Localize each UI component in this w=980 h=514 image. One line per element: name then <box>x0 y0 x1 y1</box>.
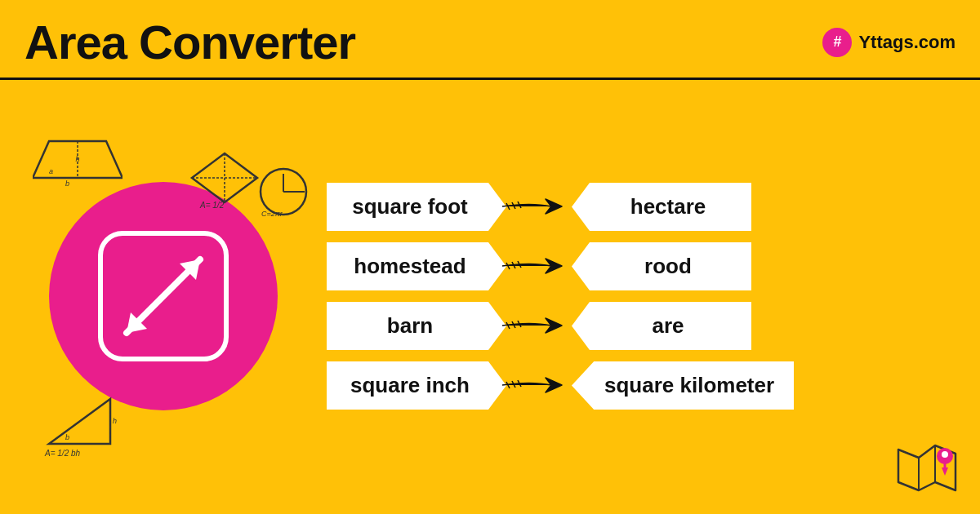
svg-text:C=2πr: C=2πr <box>261 210 283 218</box>
svg-marker-40 <box>942 467 948 476</box>
conversion-row-3: barn are <box>327 302 956 350</box>
main-content: a h b A= (a+b)/2 ·h A= 1/2 <box>0 80 980 512</box>
svg-text:h: h <box>113 417 117 425</box>
from-label-4: square inch <box>327 361 506 410</box>
from-label-1: square foot <box>327 183 506 231</box>
svg-point-39 <box>942 451 948 458</box>
hash-icon: # <box>822 28 852 57</box>
triangle-doodle: b h A= 1/2 bh <box>41 387 118 459</box>
svg-text:A= 1/2 bh: A= 1/2 bh <box>44 449 81 456</box>
from-label-3: barn <box>327 302 506 350</box>
conversions-list: square foot hectare homestead <box>318 183 956 410</box>
page-header: Area Converter # Yttags.com <box>0 0 980 80</box>
trapezoid-doodle: a h b A= (a+b)/2 ·h <box>33 133 122 193</box>
svg-marker-14 <box>49 399 110 444</box>
rhombus-doodle: A= 1/2 <box>188 149 261 214</box>
svg-text:h: h <box>75 155 79 163</box>
conversion-row-2: homestead rood <box>327 242 956 290</box>
from-label-2: homestead <box>327 242 506 290</box>
to-label-1: hectare <box>572 183 751 231</box>
arrow-icon-2 <box>498 244 580 289</box>
svg-text:b: b <box>65 179 69 188</box>
arrow-icon-3 <box>498 304 580 348</box>
svg-text:b: b <box>65 433 69 441</box>
area-icon <box>98 231 229 361</box>
circle-doodle: C=2πr <box>257 166 310 222</box>
page-title: Area Converter <box>24 15 355 69</box>
conversion-row-1: square foot hectare <box>327 183 956 231</box>
to-label-3: are <box>572 302 751 350</box>
brand-logo: # Yttags.com <box>822 28 956 57</box>
to-label-2: rood <box>572 242 751 290</box>
area-icon-circle <box>49 182 278 410</box>
svg-text:A= 1/2: A= 1/2 <box>199 201 225 210</box>
svg-text:a: a <box>49 167 53 175</box>
conversion-row-4: square inch square kilometer <box>327 361 956 410</box>
arrow-icon-1 <box>498 184 580 229</box>
brand-text: Yttags.com <box>858 32 956 53</box>
left-section: a h b A= (a+b)/2 ·h A= 1/2 <box>24 125 302 467</box>
arrow-icon-4 <box>498 363 580 408</box>
map-icon <box>894 441 960 502</box>
to-label-4: square kilometer <box>572 361 794 410</box>
